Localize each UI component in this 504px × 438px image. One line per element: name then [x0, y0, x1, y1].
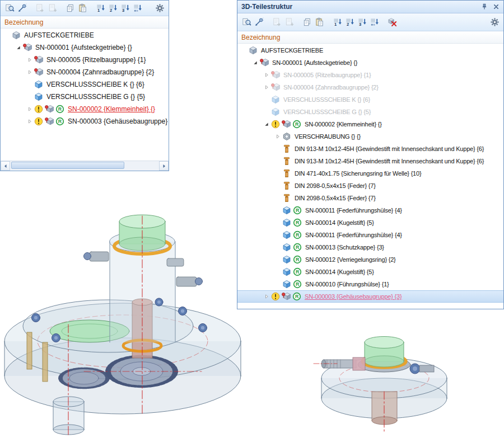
sort-level-2-button[interactable]: 2	[343, 16, 356, 29]
tree-item-label: SN-000002 {Klemmeinheit} {}	[66, 105, 157, 113]
sort-level-2-icon: 2	[345, 17, 354, 27]
tree-item[interactable]: SN-000001 {Aufsteckgetriebe} {}	[1, 41, 169, 54]
assembly-icon	[12, 31, 21, 40]
tree-item[interactable]: RSN-000002 {Klemmeinheit} {}	[237, 118, 503, 130]
tree-item[interactable]: DIN 913-M 10x12-45H {Gewindestift mit In…	[237, 143, 503, 155]
indent-spacer	[237, 87, 262, 88]
arrow-placeholder	[273, 194, 282, 202]
tree-item[interactable]: RSN-000012 {Verriegelungsring} {2}	[237, 253, 503, 266]
close-button[interactable]	[491, 2, 501, 11]
collapse-arrow-icon[interactable]	[262, 120, 271, 129]
tree-item[interactable]: AUFSTECKGETRIEBE	[1, 29, 169, 41]
toolbar-group: 123	[94, 2, 143, 15]
tree-item[interactable]: RSN-000014 {Kugelstift} {5}	[237, 266, 503, 278]
expand-arrow-icon[interactable]	[25, 55, 34, 64]
sub-assembly-3d[interactable]	[314, 337, 447, 432]
tree-item[interactable]: RSN-000003 {Gehäusebaugruppe} {3}	[1, 115, 169, 128]
tree-item[interactable]: RSN-000014 {Kugelstift} {5}	[237, 216, 503, 229]
tree-item[interactable]: VERSCHLUSSSCHEIBE K {} {6}	[1, 78, 169, 91]
settings-gear-icon	[155, 3, 165, 13]
arrow-placeholder	[3, 31, 12, 40]
sort-structure-button[interactable]	[131, 2, 143, 15]
tree-item[interactable]: SN-000004 {Zahnradbaugruppe} {2}	[237, 81, 503, 93]
zoom-selection-icon	[5, 3, 15, 13]
horizontal-scrollbar[interactable]	[1, 161, 169, 171]
tree-item[interactable]: RSN-000002 {Klemmeinheit} {}	[1, 103, 169, 115]
tree-item[interactable]: VERSCHLUSSSCHEIBE G {} {5}	[237, 106, 503, 118]
paste-button[interactable]	[76, 2, 88, 15]
tree-item[interactable]: RSN-000013 {Schutzkappe} {3}	[237, 241, 503, 253]
expand-arrow-icon[interactable]	[25, 117, 34, 126]
tree-item[interactable]: SN-000005 {Ritzelbaugruppe} {1}	[237, 69, 503, 81]
part-icon	[271, 107, 280, 116]
svg-text:R: R	[58, 119, 62, 124]
tree-item[interactable]: DIN 913-M 10x12-45H {Gewindestift mit In…	[237, 155, 503, 167]
copy-button[interactable]	[64, 2, 76, 15]
pin-button[interactable]	[479, 2, 489, 11]
tree-item[interactable]: AUFSTECKGETRIEBE	[237, 44, 503, 56]
tree-item[interactable]: SN-000001 {Aufsteckgetriebe} {}	[237, 56, 503, 69]
sort-level-2-button[interactable]: 2	[106, 2, 119, 15]
left-panel-toolbar: 123	[1, 1, 169, 16]
tree-item[interactable]: VERSCHLUSSSCHEIBE K {} {6}	[237, 93, 503, 106]
collapse-arrow-icon[interactable]	[14, 43, 23, 52]
copy-icon	[66, 3, 75, 13]
released-icon: R	[293, 218, 302, 227]
paste-button[interactable]	[313, 16, 325, 29]
tree-item-label: SN-000001 {Aufsteckgetriebe} {}	[270, 59, 359, 66]
sort-level-1-button[interactable]: 1	[331, 16, 343, 29]
expand-arrow-icon[interactable]	[262, 70, 271, 79]
zoom-selection-button[interactable]	[240, 16, 253, 29]
tree-item[interactable]: RSN-000011 {Federführungshülse} {4}	[237, 229, 503, 241]
collapse-arrow-icon[interactable]	[251, 58, 260, 67]
toolbar-group	[64, 2, 88, 15]
column-header-bezeichnung[interactable]: Bezeichnung	[237, 31, 503, 44]
tree-item[interactable]: RSN-000011 {Federführungshülse} {4}	[237, 204, 503, 216]
expand-arrow-icon[interactable]	[262, 292, 271, 301]
tree-item[interactable]: RSN-000003 {Gehäusebaugruppe} {3}	[237, 290, 503, 303]
tree-item[interactable]: DIN 471-40x1.75 {Sicherungsring für Well…	[237, 167, 503, 180]
expand-arrow-icon[interactable]	[273, 132, 282, 141]
tree-item[interactable]: DIN 2098-0,5x4x15 {Feder} {7}	[237, 192, 503, 204]
settings-gear-button[interactable]	[488, 16, 501, 29]
sort-level-3-button[interactable]: 3	[119, 2, 131, 15]
expand-arrow-icon[interactable]	[25, 68, 34, 77]
tree-item-label: VERSCHRAUBUNG {} {}	[293, 133, 362, 140]
sort-structure-button[interactable]	[368, 16, 380, 29]
pick-element-button[interactable]	[253, 16, 265, 29]
tree-item[interactable]: VERSCHRAUBUNG {} {}	[237, 130, 503, 143]
tree-item[interactable]: SN-000004 {Zahnradbaugruppe} {2}	[1, 66, 169, 78]
expand-arrow-icon[interactable]	[262, 83, 271, 92]
copy-button[interactable]	[301, 16, 313, 29]
scrollbar-track[interactable]	[10, 161, 159, 171]
column-header-bezeichnung[interactable]: Bezeichnung	[1, 16, 169, 29]
pick-element-button[interactable]	[16, 2, 28, 15]
tree-item[interactable]: DIN 2098-0,5x4x15 {Feder} {7}	[237, 180, 503, 192]
tree-item[interactable]: RSN-000010 {Führungshülse} {1}	[237, 278, 503, 290]
clear-marking-button[interactable]	[386, 16, 398, 29]
expand-arrow-icon[interactable]	[25, 105, 34, 114]
part-icon	[271, 95, 280, 104]
scrollbar-thumb[interactable]	[11, 162, 124, 169]
sort-level-1-button[interactable]: 1	[94, 2, 106, 15]
panel-titlebar[interactable]: 3D-Teilestruktur	[237, 1, 503, 13]
zoom-selection-button[interactable]	[3, 2, 16, 15]
tree-item-label: SN-000002 {Klemmeinheit} {}	[303, 121, 384, 128]
arrow-placeholder	[273, 169, 282, 178]
close-icon	[493, 3, 500, 10]
arrow-placeholder	[25, 80, 34, 89]
settings-gear-button[interactable]	[153, 2, 166, 15]
part-icon	[282, 255, 291, 264]
tree-item[interactable]: VERSCHLUSSSCHEIBE G {} {5}	[1, 91, 169, 103]
toolbar-group	[34, 2, 58, 15]
scroll-left-button[interactable]	[1, 161, 10, 171]
main-assembly-3d[interactable]	[4, 215, 241, 436]
load-structure-icon	[272, 17, 282, 27]
tree-item[interactable]: SN-000005 {Ritzelbaugruppe} {1}	[1, 54, 169, 66]
sort-level-3-button[interactable]: 3	[356, 16, 368, 29]
svg-text:1: 1	[334, 22, 337, 27]
scroll-right-button[interactable]	[159, 161, 169, 171]
tree-item-label: VERSCHLUSSSCHEIBE G {} {5}	[45, 93, 147, 101]
indent-spacer	[237, 260, 273, 260]
indent-spacer	[237, 149, 273, 149]
